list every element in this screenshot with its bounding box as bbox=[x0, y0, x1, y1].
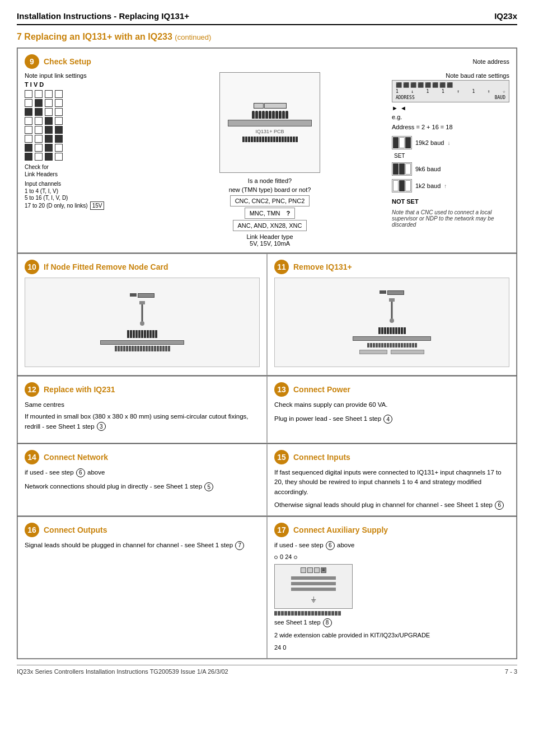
connector-top bbox=[254, 103, 287, 109]
lh-cell bbox=[35, 135, 43, 143]
lh-cell bbox=[25, 99, 32, 107]
step-12-title: Replace with IQ231 bbox=[44, 385, 115, 394]
step-16-body: Signal leads should be plugged in channe… bbox=[25, 541, 260, 550]
step-9-right: Note baud rate settings ⬛⬛⬛⬛⬛⬛⬛⬛ 1↓11↑1↑… bbox=[392, 72, 509, 247]
address-diagram: ⬛⬛⬛⬛⬛⬛⬛⬛ 1↓11↑1↑☆ ADDRESSBAUD bbox=[392, 80, 509, 102]
lh-cell bbox=[55, 117, 63, 125]
link-header-grid bbox=[25, 90, 148, 161]
set-label: SET bbox=[394, 153, 509, 159]
step-10-header: 10 If Node Fitted Remove Node Card bbox=[25, 260, 260, 274]
step-11-illustration bbox=[274, 278, 509, 367]
footer-right: 7 - 3 bbox=[505, 668, 517, 675]
lh-cell bbox=[25, 144, 32, 152]
row-16-17: 16 Connect Outputs Signal leads should b… bbox=[17, 516, 517, 659]
step-13-title: Connect Power bbox=[293, 385, 350, 394]
link-header-type-label: Link Header type bbox=[246, 233, 293, 240]
terminal-strip bbox=[228, 120, 312, 126]
step-14-number: 14 bbox=[25, 450, 39, 464]
s11-comb bbox=[378, 327, 406, 334]
lh-cell bbox=[35, 90, 43, 98]
s11-top-conn bbox=[380, 290, 404, 295]
check-for-label: Check for bbox=[25, 164, 148, 170]
svg-rect-4 bbox=[389, 298, 395, 302]
s11-terminal bbox=[353, 336, 431, 341]
page-header: Installation Instructions - Replacing IQ… bbox=[17, 11, 517, 25]
baud-19k2: 19k2 baud ↓ bbox=[392, 136, 509, 149]
step-15-header: 15 Connect Inputs bbox=[274, 450, 509, 464]
eg-label: e.g. bbox=[392, 114, 509, 120]
step-15-body: If fast sequenced digital inputs were co… bbox=[274, 468, 509, 510]
aux-terminals-top: 0 24 bbox=[274, 552, 509, 562]
terminal-circle bbox=[274, 556, 278, 559]
svg-point-5 bbox=[390, 318, 394, 323]
step-17-title: Connect Auxiliary Supply bbox=[293, 525, 388, 534]
address-arrow: ►◄ bbox=[392, 105, 509, 111]
lh-cell bbox=[25, 117, 32, 125]
lh-cell bbox=[35, 126, 43, 134]
baud-9k6: 9k6 baud bbox=[392, 162, 509, 176]
s11-screwdriver-icon bbox=[381, 297, 403, 325]
lh-cell bbox=[45, 144, 53, 152]
ext-cable-strip bbox=[274, 611, 509, 616]
cnc-list: CNC, CNC2, PNC, PNC2 bbox=[230, 195, 310, 206]
page: Installation Instructions - Replacing IQ… bbox=[0, 0, 534, 756]
comb-connectors bbox=[252, 111, 288, 119]
step-16-ref-circle: 7 bbox=[235, 541, 244, 550]
note-baud: Note baud rate settings bbox=[392, 72, 509, 79]
link-header-values: 5V, 15V, 10mA bbox=[250, 240, 290, 247]
step-13-number: 13 bbox=[274, 382, 289, 397]
conn-block bbox=[264, 103, 287, 109]
step-12-ref-circle: 3 bbox=[97, 422, 106, 431]
baud-diagram: 19k2 baud ↓ SET 9k6 baud bbox=[392, 136, 509, 205]
lh-cell bbox=[45, 135, 53, 143]
step-9-content: Note input link settings T I V D bbox=[25, 72, 509, 247]
step-13-ref-circle: 4 bbox=[383, 415, 392, 424]
ch1-4-label: 1 to 4 (T, I, V) bbox=[25, 188, 148, 194]
terminal-circle bbox=[294, 556, 297, 559]
cable-bar-1 bbox=[291, 576, 336, 580]
input-channels-label: Input channels bbox=[25, 181, 148, 187]
step-17-ref2: 8 bbox=[323, 618, 332, 627]
step-14-box: 14 Connect Network if used - see step 6 … bbox=[17, 444, 267, 516]
lh-cell bbox=[25, 108, 32, 116]
aux-connector-block: ≡ ⏚ bbox=[274, 564, 353, 609]
step-10-illustration bbox=[25, 278, 260, 367]
lh-cell bbox=[55, 153, 63, 161]
step-17-ref1: 6 bbox=[326, 541, 335, 550]
step-12-body: Same centres If mounted in small box (38… bbox=[25, 400, 260, 431]
address-labels: 1↓11↑1↑☆ bbox=[396, 89, 505, 94]
step-15-title: Connect Inputs bbox=[293, 453, 350, 462]
anc-list: ANC, AND, XN28, XNC bbox=[233, 220, 307, 231]
lh-cell bbox=[55, 144, 63, 152]
step-11-title: Remove IQ131+ bbox=[293, 262, 352, 271]
step-14-title: Connect Network bbox=[44, 453, 108, 462]
row-14-15: 14 Connect Network if used - see step 6 … bbox=[17, 444, 517, 516]
cable-bar-3 bbox=[291, 588, 336, 591]
lh-cell bbox=[55, 135, 63, 143]
step-9-left: Note input link settings T I V D bbox=[25, 72, 148, 247]
step-12-box: 12 Replace with IQ231 Same centres If mo… bbox=[17, 376, 267, 443]
node-question: Is a node fitted? bbox=[248, 177, 292, 184]
page-footer: IQ23x Series Controllers Installation In… bbox=[17, 665, 517, 675]
aux-conn-row1: ≡ bbox=[301, 567, 326, 573]
step-16-number: 16 bbox=[25, 523, 39, 537]
step-15-ref-circle: 6 bbox=[495, 501, 504, 510]
baud-1k2: 1k2 baud ↑ bbox=[392, 179, 509, 192]
screwdriver-icon bbox=[131, 300, 153, 328]
header-ref: IQ23x bbox=[494, 11, 517, 21]
mnc-tmn: MNC, TMN ? bbox=[245, 208, 296, 219]
step-16-header: 16 Connect Outputs bbox=[25, 523, 260, 537]
step-15-number: 15 bbox=[274, 450, 289, 464]
s10-top-conn bbox=[130, 293, 154, 298]
node-new: new (TMN type) board or not? bbox=[229, 186, 311, 193]
step-9-box: 9 Check Setup Note address Note input li… bbox=[17, 48, 517, 253]
lh-cell bbox=[25, 90, 32, 98]
section-heading: 7 Replacing an IQ131+ with an IQ233 (con… bbox=[17, 32, 517, 42]
step-17-body: if used - see step 6 above 0 24 bbox=[274, 541, 509, 652]
baud-1k2-icon bbox=[392, 179, 412, 192]
comb-bottom bbox=[242, 137, 298, 142]
lh-cell bbox=[25, 135, 32, 143]
step-14-ref2: 5 bbox=[204, 482, 213, 491]
columns-label: T I V D bbox=[25, 81, 148, 88]
lh-cell bbox=[45, 153, 53, 161]
